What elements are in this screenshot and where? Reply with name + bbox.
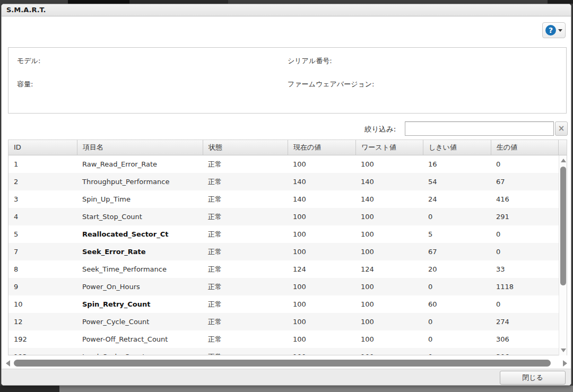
close-icon: × — [558, 124, 565, 133]
status-badge: 正常 — [203, 300, 288, 309]
filter-label: 絞り込み: — [364, 125, 396, 134]
table-header-row: ID項目名状態現在の値ワースト値しきい値生の値 — [8, 140, 567, 155]
column-header[interactable]: ワースト値 — [355, 140, 423, 155]
table-row[interactable]: 192 Power-Off_Retract_Count 正常 100 100 0… — [8, 330, 560, 348]
table-row[interactable]: 7 Seek_Error_Rate 正常 100 100 67 0 — [8, 243, 560, 260]
table-row[interactable]: 1 Raw_Read_Error_Rate 正常 100 100 16 0 — [8, 155, 560, 173]
status-badge: 正常 — [203, 212, 288, 222]
column-header-filler — [558, 140, 567, 155]
status-badge: 正常 — [203, 282, 288, 292]
column-header[interactable]: 現在の値 — [288, 140, 355, 155]
status-badge: 正常 — [203, 160, 288, 169]
backdrop-strip — [548, 0, 573, 4]
status-badge: 正常 — [203, 177, 288, 187]
status-badge: 正常 — [203, 335, 288, 344]
backdrop-bottom-bar-dark — [0, 386, 59, 392]
table-row[interactable]: 8 Seek_Time_Performance 正常 124 124 20 33 — [8, 260, 560, 278]
help-button[interactable]: ? — [542, 22, 566, 38]
close-button[interactable]: 閉じる — [500, 371, 566, 385]
table-row[interactable]: 9 Power_On_Hours 正常 100 100 0 1118 — [8, 278, 560, 295]
table-body: 1 Raw_Read_Error_Rate 正常 100 100 16 0 2 … — [8, 155, 560, 355]
drive-info-panel: モデル: 容量: シリアル番号: ファームウェアバージョン: — [8, 47, 567, 114]
filter-input[interactable] — [405, 121, 554, 136]
scroll-left-icon[interactable] — [6, 360, 10, 367]
status-badge: 正常 — [203, 195, 288, 204]
column-header[interactable]: 項目名 — [77, 140, 203, 155]
model-label: モデル: — [17, 56, 40, 66]
smart-attributes-table: ID項目名状態現在の値ワースト値しきい値生の値 1 Raw_Read_Error… — [8, 140, 567, 355]
column-header[interactable]: 生の値 — [491, 140, 558, 155]
status-badge: 正常 — [203, 265, 288, 274]
dialog-title: S.M.A.R.T. — [6, 6, 46, 14]
column-header[interactable]: しきい値 — [423, 140, 491, 155]
clear-filter-button[interactable]: × — [555, 121, 568, 136]
table-row[interactable]: 5 Reallocated_Sector_Ct 正常 100 100 5 0 — [8, 225, 560, 243]
capacity-label: 容量: — [17, 80, 33, 89]
help-icon: ? — [545, 25, 556, 36]
table-row[interactable]: 193 Load_Cycle_Count 正常 100 100 0 306 — [8, 348, 560, 355]
backdrop-bottom-bar — [0, 386, 573, 392]
table-row[interactable]: 2 Throughput_Performance 正常 140 140 54 6… — [8, 173, 560, 190]
scroll-down-icon[interactable] — [561, 349, 566, 352]
firmware-version-label: ファームウェアバージョン: — [288, 80, 374, 89]
status-badge: 正常 — [203, 247, 288, 257]
dialog-titlebar[interactable]: S.M.A.R.T. — [2, 4, 571, 16]
status-badge: 正常 — [203, 352, 288, 355]
status-badge: 正常 — [203, 317, 288, 327]
chevron-down-icon — [558, 29, 562, 32]
backdrop-strip — [129, 0, 228, 4]
dialog-footer: 閉じる — [2, 369, 571, 385]
horizontal-scrollbar-thumb[interactable] — [14, 360, 551, 367]
serial-number-label: シリアル番号: — [288, 56, 332, 66]
column-header[interactable]: ID — [8, 140, 77, 155]
table-row[interactable]: 3 Spin_Up_Time 正常 140 140 24 416 — [8, 190, 560, 208]
table-row[interactable]: 10 Spin_Retry_Count 正常 100 100 60 0 — [8, 295, 560, 313]
status-badge: 正常 — [203, 230, 288, 239]
horizontal-scrollbar[interactable] — [5, 358, 568, 369]
scroll-right-icon[interactable] — [563, 360, 567, 367]
vertical-scrollbar-thumb[interactable] — [560, 167, 566, 285]
table-row[interactable]: 12 Power_Cycle_Count 正常 100 100 0 274 — [8, 313, 560, 330]
backdrop-strip — [68, 0, 129, 4]
vertical-scrollbar[interactable] — [559, 155, 567, 355]
table-row[interactable]: 4 Start_Stop_Count 正常 100 100 0 291 — [8, 208, 560, 225]
smart-dialog: S.M.A.R.T. ? モデル: 容量: シリアル番号: ファームウェアバージ… — [1, 4, 571, 386]
column-header[interactable]: 状態 — [203, 140, 288, 155]
scroll-up-icon[interactable] — [561, 159, 566, 162]
